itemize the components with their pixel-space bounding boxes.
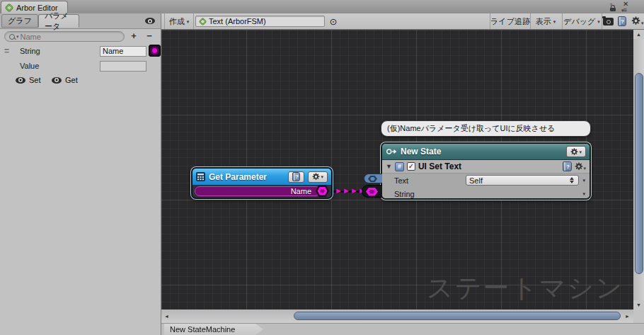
node-help-button[interactable]: ? — [288, 171, 304, 183]
search-field[interactable]: ▾ — [4, 31, 125, 42]
behaviour-help-icon[interactable]: ? — [563, 161, 572, 171]
behaviour-title: UI Set Text — [418, 161, 560, 171]
display-dropdown[interactable]: 表示 ▾ — [529, 13, 563, 29]
display-caret-icon: ▾ — [553, 19, 556, 24]
calculator-icon — [196, 172, 205, 181]
graph-toolbar: 作成 ▾ Text (ArborFSM) ⊙ ライブ追跡 表示 ▾ デバッグ ▾… — [161, 13, 644, 30]
tab-graph[interactable]: グラフ — [1, 14, 38, 28]
create-label: 作成 — [169, 16, 185, 27]
text-input-port[interactable] — [364, 174, 382, 183]
add-parameter-button[interactable]: + — [128, 30, 139, 41]
scrollbar-corner — [633, 310, 644, 323]
help-icon[interactable]: ? — [618, 16, 626, 26]
debug-dropdown[interactable]: デバッグ ▾ — [562, 13, 602, 29]
field-label: Text — [394, 176, 434, 185]
field-caret-icon[interactable]: ▾ — [582, 178, 585, 183]
node-help-icon: ? — [292, 172, 300, 181]
get-label: Get — [65, 76, 78, 84]
live-trace-label: ライブ追跡 — [490, 16, 530, 27]
string-input-port[interactable] — [362, 185, 382, 198]
text-target-dropdown[interactable]: Self — [466, 175, 579, 186]
output-slot[interactable]: Name — [195, 186, 321, 196]
vertical-scroll-thumb[interactable] — [635, 73, 643, 274]
breadcrumb-root[interactable]: New StateMachine — [164, 324, 263, 335]
search-filter-caret-icon[interactable]: ▾ — [16, 35, 19, 39]
debug-caret-icon: ▾ — [597, 19, 600, 24]
capture-icon[interactable] — [603, 18, 614, 25]
scroll-down-button[interactable]: ▼ — [633, 300, 644, 310]
state-title: New State — [401, 147, 563, 157]
create-caret-icon: ▾ — [187, 19, 190, 24]
drag-handle-icon[interactable]: = — [4, 46, 9, 56]
parameters-sidebar: グラフ パラメータ ▾ + − = String Value — [0, 13, 161, 335]
scroll-up-button[interactable]: ▲ — [633, 30, 644, 39]
window-menu-icon[interactable]: ▾≡ — [621, 6, 626, 13]
connection-chevron-icon: ► — [335, 186, 343, 195]
parameter-node-title: Get Parameter — [209, 172, 284, 182]
parameter-color-swatch[interactable] — [149, 45, 161, 57]
parameter-row-value: Value — [0, 59, 161, 73]
arbor-editor-window: Arbor Editor ▫ ✕ ▾≡ グラフ パラメータ ▾ + — [0, 0, 644, 335]
dropdown-value: Self — [469, 176, 570, 185]
parameter-node-header[interactable]: Get Parameter ? ▾ — [192, 169, 331, 186]
connection-chevron-icon: ► — [350, 186, 358, 195]
lock-icon[interactable] — [610, 8, 616, 11]
breadcrumb-label: New StateMachine — [170, 325, 235, 334]
state-node-header[interactable]: New State ▾ — [382, 144, 590, 160]
set-label: Set — [29, 76, 41, 84]
output-label: Name — [291, 187, 311, 195]
foldout-icon[interactable]: ▼ — [386, 163, 392, 170]
behaviour-enabled-checkbox[interactable]: ✓ — [407, 162, 415, 171]
search-input[interactable] — [21, 33, 120, 41]
target-picker-icon[interactable]: ⊙ — [327, 13, 340, 29]
search-icon — [9, 34, 15, 40]
parameter-row-string: = String — [0, 44, 161, 58]
scroll-left-button[interactable]: ◄ — [162, 312, 171, 321]
state-settings-button[interactable]: ▾ — [566, 146, 586, 157]
parameter-access-row: Set Get — [0, 73, 161, 87]
target-object-label: Text (ArborFSM) — [209, 17, 266, 25]
parameter-type-label: String — [20, 47, 40, 55]
tab-parameters[interactable]: パラメータ — [38, 14, 79, 28]
graph-canvas[interactable]: ステートマシン (仮)Nameパラメータ受け取ってUIに反映させる ► ► ► … — [161, 30, 633, 310]
parameter-node-body: Name — [192, 186, 331, 198]
debug-label: デバッグ — [563, 16, 595, 27]
target-object-field[interactable]: Text (ArborFSM) — [195, 16, 325, 27]
horizontal-scroll-thumb[interactable] — [294, 312, 621, 320]
csharp-script-icon: # — [395, 162, 404, 171]
parameter-name-input[interactable] — [100, 46, 146, 57]
get-parameter-node[interactable]: Get Parameter ? ▾ Name — [191, 167, 333, 199]
state-icon — [386, 147, 398, 156]
field-caret-icon[interactable]: ▾ — [582, 191, 585, 197]
horizontal-scrollbar[interactable]: ◄ ► — [161, 310, 633, 323]
field-row-string: String ▾ — [382, 187, 590, 200]
live-trace-button[interactable]: ライブ追跡 — [490, 13, 531, 29]
get-access: Get — [52, 76, 78, 84]
sidebar-tabbar: グラフ パラメータ — [0, 13, 161, 29]
parameter-search-row: ▾ + − — [0, 28, 161, 44]
create-button[interactable]: 作成 ▾ — [164, 13, 194, 29]
breadcrumb-bar: New StateMachine — [161, 323, 644, 335]
settings-gear-icon[interactable]: ▾ — [631, 16, 644, 25]
scroll-right-button[interactable]: ► — [623, 312, 632, 321]
parameter-value-input[interactable] — [100, 61, 146, 72]
visibility-eye-icon[interactable] — [145, 18, 155, 24]
behaviour-gear-icon[interactable]: ▾ — [575, 162, 586, 171]
get-eye-icon[interactable] — [52, 77, 62, 84]
tab-graph-label: グラフ — [8, 16, 32, 26]
arbor-fsm-icon — [199, 18, 207, 25]
window-titlebar: Arbor Editor ▫ ✕ ▾≡ — [0, 0, 644, 14]
display-label: 表示 — [536, 16, 551, 27]
arbor-logo-icon — [5, 4, 13, 12]
popup-arrows-icon — [570, 177, 574, 183]
new-state-node[interactable]: New State ▾ ▼ # ✓ UI Set Text ? ▾ Text — [381, 142, 591, 200]
graph-watermark: ステートマシン — [427, 271, 623, 306]
behaviour-header[interactable]: ▼ # ✓ UI Set Text ? ▾ — [382, 160, 590, 174]
remove-parameter-button[interactable]: − — [144, 30, 155, 41]
set-eye-icon[interactable] — [16, 77, 25, 84]
state-comment[interactable]: (仮)Nameパラメータ受け取ってUIに反映させる — [381, 120, 591, 137]
vertical-scrollbar[interactable]: ▲ ▼ — [633, 30, 644, 310]
node-settings-button[interactable]: ▾ — [308, 171, 328, 183]
comment-text: (仮)Nameパラメータ受け取ってUIに反映させる — [387, 123, 556, 134]
value-label: Value — [20, 62, 39, 70]
